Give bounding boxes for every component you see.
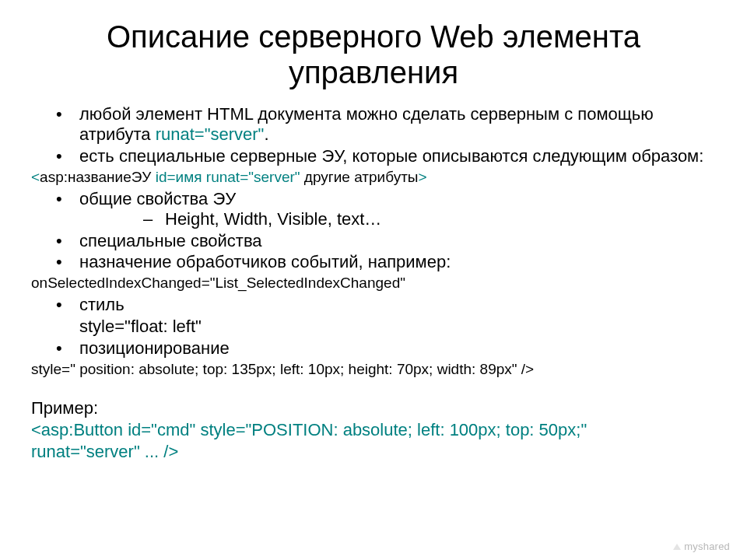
example-code-line: <asp:Button id="cmd" style="POSITION: ab… [31,420,716,440]
bullet-item: общие свойства ЭУ Height, Width, Visible… [31,189,716,229]
code-inline: runat="server" [156,124,265,144]
bullet-list: стиль [31,295,716,315]
code-event: onSelectedIndexChanged="List_SelectedInd… [31,274,716,292]
text: стиль [79,295,124,314]
sub-list: Height, Width, Visible, text… [79,209,716,229]
code-syntax: <asp:названиеЭУ id=имя runat="server" др… [31,168,716,187]
text: общие свойства ЭУ [79,189,236,208]
bullet-list: позиционирование [31,338,716,359]
text: другие атрибуты [300,169,419,185]
spacer [31,381,716,398]
example-label: Пример: [31,398,716,418]
angle-bracket: < [31,169,40,185]
sub-item: Height, Width, Visible, text… [79,209,716,229]
bullet-item: специальные свойства [31,231,716,251]
text: позиционирование [79,338,230,358]
text: . [264,124,268,144]
brand-watermark: myshared [673,541,730,552]
example-code-line: runat="server" ... /> [31,442,716,462]
angle-bracket: > [419,169,427,185]
text: Height, Width, Visible, text… [165,209,381,229]
text: есть специальные серверные ЭУ, которые о… [79,146,703,166]
code-position: style=" position: absolute; top: 135px; … [31,360,716,379]
bullet-item: есть специальные серверные ЭУ, которые о… [31,146,716,166]
bullet-item: любой элемент HTML документа можно сдела… [31,104,716,145]
slide: Описание серверного Web элемента управле… [0,0,747,560]
text: назначение обработчиков событий, наприме… [79,252,451,271]
bullet-item: стиль [31,295,716,315]
bullet-item: позиционирование [31,338,716,359]
bullet-item: назначение обработчиков событий, наприме… [31,252,716,272]
bullet-list: общие свойства ЭУ Height, Width, Visible… [31,189,716,273]
code-style: style="float: left" [31,317,716,337]
code-inline: id=имя runat="server" [156,169,300,185]
bullet-list: любой элемент HTML документа можно сдела… [31,104,716,166]
slide-title: Описание серверного Web элемента управле… [31,19,716,90]
brand-text: myshared [684,541,730,552]
play-icon [673,544,681,550]
text: специальные свойства [79,231,262,250]
text: asp:названиеЭУ [40,169,156,185]
